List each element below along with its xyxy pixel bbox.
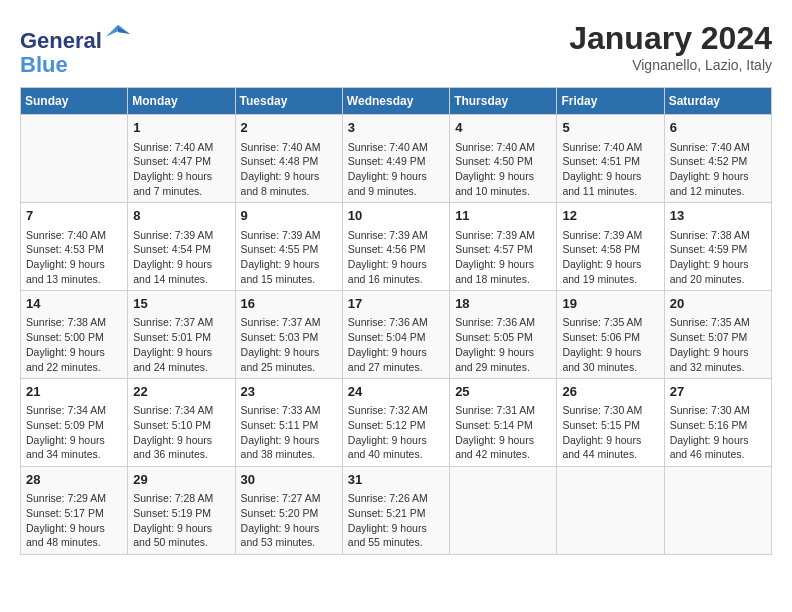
month-title: January 2024 [569, 20, 772, 57]
calendar-cell: 4Sunrise: 7:40 AMSunset: 4:50 PMDaylight… [450, 115, 557, 203]
weekday-header: Tuesday [235, 88, 342, 115]
calendar-cell: 2Sunrise: 7:40 AMSunset: 4:48 PMDaylight… [235, 115, 342, 203]
day-number: 6 [670, 119, 766, 137]
calendar-cell: 11Sunrise: 7:39 AMSunset: 4:57 PMDayligh… [450, 203, 557, 291]
cell-content: Sunrise: 7:40 AMSunset: 4:47 PMDaylight:… [133, 140, 229, 199]
day-number: 2 [241, 119, 337, 137]
calendar-cell: 15Sunrise: 7:37 AMSunset: 5:01 PMDayligh… [128, 291, 235, 379]
cell-content: Sunrise: 7:39 AMSunset: 4:58 PMDaylight:… [562, 228, 658, 287]
cell-content: Sunrise: 7:27 AMSunset: 5:20 PMDaylight:… [241, 491, 337, 550]
cell-content: Sunrise: 7:26 AMSunset: 5:21 PMDaylight:… [348, 491, 444, 550]
day-number: 9 [241, 207, 337, 225]
day-number: 4 [455, 119, 551, 137]
cell-content: Sunrise: 7:38 AMSunset: 5:00 PMDaylight:… [26, 315, 122, 374]
weekday-header: Wednesday [342, 88, 449, 115]
day-number: 5 [562, 119, 658, 137]
calendar-table: SundayMondayTuesdayWednesdayThursdayFrid… [20, 87, 772, 555]
day-number: 26 [562, 383, 658, 401]
calendar-cell: 9Sunrise: 7:39 AMSunset: 4:55 PMDaylight… [235, 203, 342, 291]
calendar-cell: 19Sunrise: 7:35 AMSunset: 5:06 PMDayligh… [557, 291, 664, 379]
cell-content: Sunrise: 7:36 AMSunset: 5:05 PMDaylight:… [455, 315, 551, 374]
cell-content: Sunrise: 7:28 AMSunset: 5:19 PMDaylight:… [133, 491, 229, 550]
day-number: 20 [670, 295, 766, 313]
page-header: General Blue January 2024 Vignanello, La… [20, 20, 772, 77]
cell-content: Sunrise: 7:34 AMSunset: 5:09 PMDaylight:… [26, 403, 122, 462]
day-number: 28 [26, 471, 122, 489]
day-number: 25 [455, 383, 551, 401]
calendar-week-row: 14Sunrise: 7:38 AMSunset: 5:00 PMDayligh… [21, 291, 772, 379]
cell-content: Sunrise: 7:35 AMSunset: 5:06 PMDaylight:… [562, 315, 658, 374]
cell-content: Sunrise: 7:33 AMSunset: 5:11 PMDaylight:… [241, 403, 337, 462]
calendar-cell: 12Sunrise: 7:39 AMSunset: 4:58 PMDayligh… [557, 203, 664, 291]
day-number: 15 [133, 295, 229, 313]
calendar-cell [664, 467, 771, 555]
cell-content: Sunrise: 7:40 AMSunset: 4:51 PMDaylight:… [562, 140, 658, 199]
day-number: 12 [562, 207, 658, 225]
weekday-header: Saturday [664, 88, 771, 115]
logo-bird-icon [104, 20, 132, 48]
calendar-cell: 27Sunrise: 7:30 AMSunset: 5:16 PMDayligh… [664, 379, 771, 467]
day-number: 24 [348, 383, 444, 401]
calendar-cell: 25Sunrise: 7:31 AMSunset: 5:14 PMDayligh… [450, 379, 557, 467]
calendar-header-row: SundayMondayTuesdayWednesdayThursdayFrid… [21, 88, 772, 115]
day-number: 27 [670, 383, 766, 401]
location: Vignanello, Lazio, Italy [569, 57, 772, 73]
day-number: 16 [241, 295, 337, 313]
calendar-cell: 7Sunrise: 7:40 AMSunset: 4:53 PMDaylight… [21, 203, 128, 291]
weekday-header: Sunday [21, 88, 128, 115]
day-number: 3 [348, 119, 444, 137]
calendar-cell: 26Sunrise: 7:30 AMSunset: 5:15 PMDayligh… [557, 379, 664, 467]
cell-content: Sunrise: 7:37 AMSunset: 5:03 PMDaylight:… [241, 315, 337, 374]
weekday-header: Thursday [450, 88, 557, 115]
logo-blue: Blue [20, 53, 132, 77]
day-number: 1 [133, 119, 229, 137]
calendar-cell: 3Sunrise: 7:40 AMSunset: 4:49 PMDaylight… [342, 115, 449, 203]
calendar-cell: 28Sunrise: 7:29 AMSunset: 5:17 PMDayligh… [21, 467, 128, 555]
calendar-cell: 16Sunrise: 7:37 AMSunset: 5:03 PMDayligh… [235, 291, 342, 379]
cell-content: Sunrise: 7:40 AMSunset: 4:48 PMDaylight:… [241, 140, 337, 199]
day-number: 23 [241, 383, 337, 401]
cell-content: Sunrise: 7:36 AMSunset: 5:04 PMDaylight:… [348, 315, 444, 374]
calendar-week-row: 28Sunrise: 7:29 AMSunset: 5:17 PMDayligh… [21, 467, 772, 555]
calendar-cell: 1Sunrise: 7:40 AMSunset: 4:47 PMDaylight… [128, 115, 235, 203]
day-number: 11 [455, 207, 551, 225]
cell-content: Sunrise: 7:30 AMSunset: 5:16 PMDaylight:… [670, 403, 766, 462]
day-number: 21 [26, 383, 122, 401]
calendar-cell: 29Sunrise: 7:28 AMSunset: 5:19 PMDayligh… [128, 467, 235, 555]
cell-content: Sunrise: 7:29 AMSunset: 5:17 PMDaylight:… [26, 491, 122, 550]
day-number: 30 [241, 471, 337, 489]
cell-content: Sunrise: 7:39 AMSunset: 4:57 PMDaylight:… [455, 228, 551, 287]
cell-content: Sunrise: 7:32 AMSunset: 5:12 PMDaylight:… [348, 403, 444, 462]
calendar-cell: 17Sunrise: 7:36 AMSunset: 5:04 PMDayligh… [342, 291, 449, 379]
cell-content: Sunrise: 7:40 AMSunset: 4:52 PMDaylight:… [670, 140, 766, 199]
logo-text: General [20, 20, 132, 53]
cell-content: Sunrise: 7:40 AMSunset: 4:53 PMDaylight:… [26, 228, 122, 287]
calendar-cell: 30Sunrise: 7:27 AMSunset: 5:20 PMDayligh… [235, 467, 342, 555]
calendar-cell: 10Sunrise: 7:39 AMSunset: 4:56 PMDayligh… [342, 203, 449, 291]
day-number: 8 [133, 207, 229, 225]
day-number: 19 [562, 295, 658, 313]
day-number: 13 [670, 207, 766, 225]
cell-content: Sunrise: 7:39 AMSunset: 4:54 PMDaylight:… [133, 228, 229, 287]
cell-content: Sunrise: 7:34 AMSunset: 5:10 PMDaylight:… [133, 403, 229, 462]
calendar-cell: 14Sunrise: 7:38 AMSunset: 5:00 PMDayligh… [21, 291, 128, 379]
calendar-cell: 31Sunrise: 7:26 AMSunset: 5:21 PMDayligh… [342, 467, 449, 555]
calendar-week-row: 21Sunrise: 7:34 AMSunset: 5:09 PMDayligh… [21, 379, 772, 467]
day-number: 10 [348, 207, 444, 225]
day-number: 29 [133, 471, 229, 489]
calendar-cell: 22Sunrise: 7:34 AMSunset: 5:10 PMDayligh… [128, 379, 235, 467]
cell-content: Sunrise: 7:30 AMSunset: 5:15 PMDaylight:… [562, 403, 658, 462]
day-number: 14 [26, 295, 122, 313]
day-number: 22 [133, 383, 229, 401]
cell-content: Sunrise: 7:39 AMSunset: 4:55 PMDaylight:… [241, 228, 337, 287]
calendar-cell: 5Sunrise: 7:40 AMSunset: 4:51 PMDaylight… [557, 115, 664, 203]
calendar-cell [21, 115, 128, 203]
weekday-header: Monday [128, 88, 235, 115]
title-block: January 2024 Vignanello, Lazio, Italy [569, 20, 772, 73]
cell-content: Sunrise: 7:37 AMSunset: 5:01 PMDaylight:… [133, 315, 229, 374]
cell-content: Sunrise: 7:31 AMSunset: 5:14 PMDaylight:… [455, 403, 551, 462]
cell-content: Sunrise: 7:35 AMSunset: 5:07 PMDaylight:… [670, 315, 766, 374]
calendar-cell [557, 467, 664, 555]
cell-content: Sunrise: 7:40 AMSunset: 4:50 PMDaylight:… [455, 140, 551, 199]
logo: General Blue [20, 20, 132, 77]
